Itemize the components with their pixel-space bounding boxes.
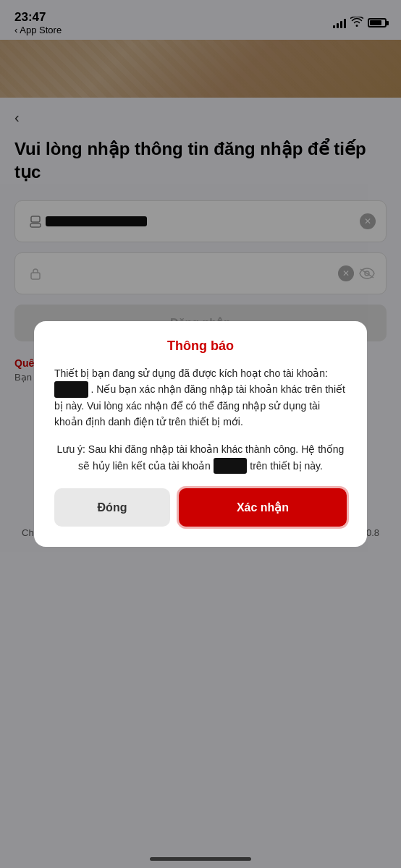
masked-account1 (54, 381, 88, 397)
modal-close-button[interactable]: Đóng (54, 488, 170, 527)
modal-title: Thông báo (54, 339, 347, 354)
modal-buttons: Đóng Xác nhận (54, 488, 347, 527)
modal-body: Thiết bị bạn đang sử dụng đã được kích h… (54, 365, 347, 430)
home-indicator (150, 857, 251, 861)
modal-overlay: Thông báo Thiết bị bạn đang sử dụng đã đ… (0, 0, 401, 868)
modal-note: Lưu ý: Sau khi đăng nhập tài khoản khác … (54, 441, 347, 474)
modal-dialog: Thông báo Thiết bị bạn đang sử dụng đã đ… (34, 321, 367, 547)
masked-account2 (214, 458, 248, 474)
modal-confirm-button[interactable]: Xác nhận (179, 488, 347, 527)
